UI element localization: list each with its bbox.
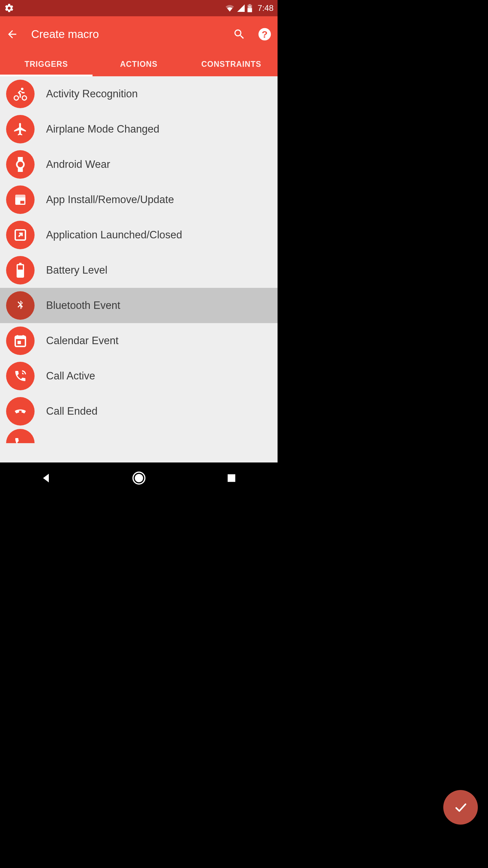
app-bar: Create macro ? TRIGGERS ACTIONS CONSTRAI…: [0, 16, 278, 76]
tab-label: ACTIONS: [120, 60, 158, 68]
list-item[interactable]: Battery Level: [0, 253, 278, 288]
trigger-list[interactable]: Activity Recognition Airplane Mode Chang…: [0, 76, 278, 462]
calendar-icon: [6, 327, 35, 355]
svg-rect-1: [249, 4, 251, 5]
tab-triggers[interactable]: TRIGGERS: [0, 52, 93, 76]
list-item[interactable]: Application Launched/Closed: [0, 217, 278, 253]
list-item[interactable]: App Install/Remove/Update: [0, 182, 278, 217]
list-item-label: Activity Recognition: [46, 88, 138, 100]
list-item[interactable]: Airplane Mode Changed: [0, 112, 278, 147]
list-item[interactable]: Android Wear: [0, 147, 278, 182]
svg-rect-17: [18, 265, 23, 270]
list-item-label: Call Ended: [46, 405, 98, 417]
system-nav-bar: [0, 462, 278, 494]
svg-point-8: [22, 96, 27, 100]
status-left: [4, 3, 14, 13]
app-launch-icon: [6, 221, 35, 249]
list-item-label: App Install/Remove/Update: [46, 194, 174, 206]
cell-signal-icon: [237, 4, 245, 12]
list-item-label: Application Launched/Closed: [46, 229, 182, 241]
list-item-label: Battery Level: [46, 264, 107, 276]
list-item[interactable]: Calendar Event: [0, 323, 278, 358]
status-right: 56 7:48: [225, 3, 273, 13]
list-item[interactable]: Call Active: [0, 358, 278, 394]
list-item-label: Call Active: [46, 370, 95, 382]
call-ended-icon: [6, 397, 35, 426]
svg-rect-20: [18, 341, 21, 344]
watch-icon: [6, 150, 35, 179]
back-arrow-icon[interactable]: [6, 28, 18, 40]
svg-rect-12: [15, 195, 25, 197]
status-bar: 56 7:48: [0, 0, 278, 16]
list-item-label: Airplane Mode Changed: [46, 123, 159, 135]
nav-recents-button[interactable]: [211, 473, 252, 483]
list-item[interactable]: Call Ended: [0, 394, 278, 429]
list-item[interactable]: Bluetooth Event: [0, 288, 278, 323]
svg-point-24: [135, 475, 142, 482]
svg-text:56: 56: [248, 5, 251, 8]
settings-gear-icon: [4, 3, 14, 13]
svg-point-10: [18, 162, 23, 167]
list-item-label: Bluetooth Event: [46, 299, 120, 312]
nav-home-button[interactable]: [119, 471, 159, 485]
svg-rect-2: [248, 8, 252, 12]
phone-icon: [6, 429, 35, 443]
wifi-icon: [225, 4, 235, 12]
tab-bar: TRIGGERS ACTIONS CONSTRAINTS: [0, 52, 278, 76]
status-time: 7:48: [258, 3, 273, 13]
svg-point-6: [21, 88, 23, 90]
toolbar-actions: ?: [233, 27, 271, 41]
svg-rect-25: [227, 474, 235, 482]
svg-rect-13: [20, 201, 24, 203]
list-item-label: Calendar Event: [46, 335, 119, 347]
tab-label: CONSTRAINTS: [201, 60, 261, 68]
list-item[interactable]: Activity Recognition: [0, 76, 278, 112]
battery-icon: [6, 256, 35, 284]
svg-rect-19: [15, 336, 25, 339]
bluetooth-icon: [6, 291, 35, 320]
battery-status-icon: 56: [247, 4, 253, 12]
screen: 56 7:48 Create macro ? TRIGGERS ACTI: [0, 0, 278, 494]
nav-back-button[interactable]: [26, 472, 67, 484]
toolbar: Create macro ?: [0, 16, 278, 52]
search-icon[interactable]: [233, 28, 246, 41]
tab-label: TRIGGERS: [24, 60, 68, 68]
list-item-label: Android Wear: [46, 158, 110, 171]
help-icon[interactable]: ?: [258, 27, 271, 41]
bike-icon: [6, 80, 35, 108]
call-active-icon: [6, 362, 35, 390]
page-title: Create macro: [31, 28, 233, 41]
svg-text:?: ?: [262, 29, 267, 40]
package-icon: [6, 185, 35, 214]
tab-constraints[interactable]: CONSTRAINTS: [185, 52, 278, 76]
svg-point-7: [14, 96, 19, 100]
tab-actions[interactable]: ACTIONS: [93, 52, 185, 76]
airplane-icon: [6, 115, 35, 143]
list-item[interactable]: [0, 429, 278, 443]
